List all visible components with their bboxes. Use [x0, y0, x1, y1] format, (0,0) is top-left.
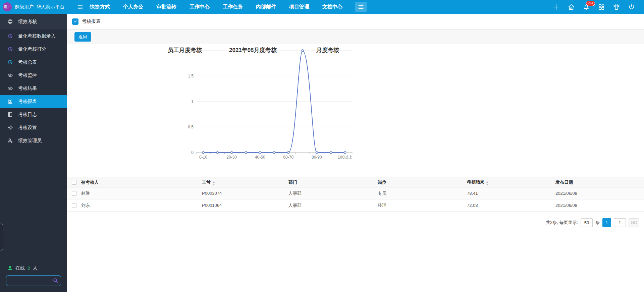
online-count: 2 — [28, 266, 30, 271]
svg-text:0: 0 — [191, 150, 194, 155]
user-name: 超级用户 -华天演示平台 — [15, 4, 65, 10]
cell-date: 2021/06/08 — [555, 187, 644, 199]
sidebar-item-考核报表[interactable]: 考核报表 — [0, 95, 67, 108]
pagination: 共2条, 每页显示: 条 1 GO — [67, 218, 639, 227]
toolbar: 返回 — [67, 30, 644, 44]
sidebar-item-考核总表[interactable]: 考核总表 — [0, 56, 67, 69]
column-header-发布日期: 发布日期 — [555, 177, 644, 187]
table-header-row: 被考核人工号部门岗位考核结果发布日期 — [67, 177, 644, 187]
cell-id: P0003074 — [202, 187, 288, 199]
svg-text:0-10: 0-10 — [199, 155, 207, 160]
topbar-right: 99+ — [552, 3, 644, 11]
pie-chart-icon — [7, 59, 13, 65]
sidebar-item-绩效管理员[interactable]: 绩效管理员 — [0, 134, 67, 147]
table-row[interactable]: 刘东P0001064人事部经理72.082021/06/08 — [67, 199, 644, 212]
page-1-button[interactable]: 1 — [602, 218, 611, 227]
cell-post: 经理 — [378, 199, 467, 212]
home-icon[interactable] — [568, 3, 575, 11]
assessment-chart: 员工月度考核 2021年06月度考核 月度考核 00.511.520-1020-… — [67, 44, 644, 177]
sidebar-item-绩效考核[interactable]: 绩效考核 — [0, 14, 67, 30]
search-icon[interactable] — [53, 278, 58, 283]
row-checkbox[interactable] — [72, 191, 76, 196]
sidebar-item-考核结果[interactable]: 考核结果 — [0, 82, 67, 95]
online-users: 在线 2 人 — [6, 265, 61, 271]
svg-text:80-90: 80-90 — [312, 155, 322, 160]
nav-item[interactable]: 快捷方式 — [90, 4, 110, 10]
nav-item[interactable]: 项目管理 — [289, 4, 309, 10]
theme-shirt-icon[interactable] — [613, 3, 620, 11]
go-button[interactable]: GO — [629, 218, 639, 227]
page-size-input[interactable] — [581, 218, 593, 227]
svg-text:40-50: 40-50 — [255, 155, 265, 160]
cell-date: 2021/06/08 — [555, 199, 644, 212]
sort-icon[interactable] — [212, 181, 215, 185]
plus-icon[interactable] — [552, 3, 560, 11]
online-label: 在线 — [15, 265, 25, 271]
pagination-unit: 条 — [595, 220, 600, 226]
column-header-岗位: 岗位 — [378, 177, 467, 187]
sidebar-item-考核设置[interactable]: 考核设置 — [0, 121, 67, 134]
cell-name: 林琳 — [81, 187, 202, 199]
nav-item[interactable]: 工作任务 — [223, 4, 243, 10]
table-row[interactable]: 林琳P0003074人事部专员78.412021/06/08 — [67, 187, 644, 199]
pie-chart-icon — [7, 33, 13, 39]
bar-chart-icon — [7, 99, 13, 104]
cell-dept: 人事部 — [288, 199, 378, 212]
nav-item[interactable]: 审批流转 — [156, 4, 176, 10]
cell-dept: 人事部 — [288, 187, 378, 199]
svg-text:1: 1 — [191, 99, 194, 104]
sort-icon[interactable] — [486, 181, 489, 185]
page-title: 考核报表 — [82, 18, 101, 24]
back-button[interactable]: 返回 — [74, 32, 91, 42]
report-doc-icon — [72, 18, 78, 25]
svg-text:100以上: 100以上 — [338, 155, 353, 160]
top-nav: 快捷方式个人办公审批流转工作中心工作任务内部邮件项目管理文档中心 — [90, 4, 342, 10]
eye-icon — [7, 72, 13, 78]
sidebar-bottom: 在线 2 人 — [0, 265, 67, 292]
online-unit: 人 — [33, 265, 38, 271]
nav-item[interactable]: 内部邮件 — [256, 4, 276, 10]
apps-grid-icon[interactable] — [598, 3, 605, 11]
sidebar-collapse-handle[interactable] — [0, 224, 3, 250]
sidebar-item-label: 考核监控 — [18, 72, 37, 78]
svg-text:60-70: 60-70 — [283, 155, 293, 160]
user-chip[interactable]: 用户 超级用户 -华天演示平台 — [0, 2, 76, 11]
eye-icon — [7, 85, 13, 91]
cell-id: P0001064 — [202, 199, 288, 212]
printer-icon — [7, 19, 13, 24]
bell-icon[interactable]: 99+ — [583, 3, 590, 11]
cell-name: 刘东 — [81, 199, 202, 212]
goto-page-input[interactable] — [614, 218, 626, 227]
sidebar-item-量化考核打分[interactable]: 量化考核打分 — [0, 43, 67, 56]
sidebar-item-考核监控[interactable]: 考核监控 — [0, 69, 67, 82]
sidebar-item-label: 量化考核数据录入 — [18, 33, 56, 39]
svg-text:1.5: 1.5 — [188, 74, 194, 78]
more-menu-button[interactable] — [355, 2, 367, 12]
sidebar: 绩效考核量化考核数据录入量化考核打分考核总表考核监控考核结果考核报表考核日志考核… — [0, 14, 67, 292]
power-icon[interactable] — [628, 3, 635, 11]
avatar[interactable]: 用户 — [3, 2, 12, 11]
nav-item[interactable]: 文档中心 — [322, 4, 342, 10]
select-all-checkbox[interactable] — [72, 180, 76, 185]
cell-post: 专员 — [378, 187, 467, 199]
nav-item[interactable]: 个人办公 — [123, 4, 143, 10]
column-header-部门: 部门 — [288, 177, 378, 187]
main-content: 考核报表 返回 员工月度考核 2021年06月度考核 月度考核 00.511.5… — [67, 14, 644, 292]
sidebar-item-label: 考核报表 — [18, 99, 37, 105]
sidebar-item-考核日志[interactable]: 考核日志 — [0, 108, 67, 121]
online-user-icon — [7, 266, 13, 271]
user-gear-icon — [7, 138, 13, 143]
sidebar-item-label: 考核设置 — [18, 125, 37, 131]
menu-list-icon[interactable] — [76, 3, 84, 11]
nav-item[interactable]: 工作中心 — [190, 4, 210, 10]
row-checkbox[interactable] — [72, 203, 76, 208]
column-header-工号[interactable]: 工号 — [202, 177, 288, 187]
sidebar-item-label: 绩效考核 — [18, 19, 37, 25]
column-header-考核结果[interactable]: 考核结果 — [467, 177, 555, 187]
pagination-summary: 共2条, 每页显示: — [546, 220, 578, 226]
sidebar-item-量化考核数据录入[interactable]: 量化考核数据录入 — [0, 30, 67, 43]
breadcrumb: 考核报表 — [67, 14, 644, 30]
results-table: 被考核人工号部门岗位考核结果发布日期 林琳P0003074人事部专员78.412… — [67, 177, 644, 212]
topbar: 用户 超级用户 -华天演示平台 快捷方式个人办公审批流转工作中心工作任务内部邮件… — [0, 0, 644, 14]
cell-score: 78.41 — [467, 187, 555, 199]
